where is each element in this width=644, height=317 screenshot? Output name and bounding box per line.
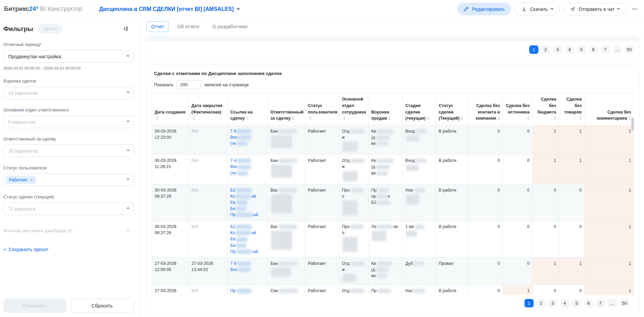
column-header[interactable]: Сделка без комментариев (585, 93, 634, 125)
page-button[interactable]: 1 (524, 299, 534, 307)
page-button[interactable]: 5 (577, 45, 586, 54)
table-cell: Работает (305, 125, 339, 155)
column-header-label: Воронка продаж (371, 110, 389, 121)
report-period-select[interactable]: Продвинутая настройка (3, 50, 134, 63)
page-size-input[interactable] (176, 80, 201, 89)
table-cell: В работе (436, 184, 468, 221)
column-header[interactable]: Статус пользователя (305, 93, 339, 125)
deal-link[interactable]: 7 9Вхо(те (227, 125, 268, 155)
metric-cell: 1 (559, 257, 585, 285)
page-button[interactable]: 2 (536, 299, 546, 307)
page-button[interactable]: 2 (541, 45, 550, 54)
page-button[interactable]: 4 (560, 299, 569, 307)
chevron-down-icon (237, 6, 240, 10)
logo-brand: Битрикс (4, 5, 29, 12)
chevron-down-icon (127, 177, 129, 180)
page-button[interactable]: 6 (584, 299, 593, 307)
column-header[interactable]: Дата закрытия (Фактическая) (189, 93, 227, 125)
deal-responsible-select[interactable]: 26 вариантов (3, 145, 134, 157)
metric-cell: 0 (559, 184, 585, 221)
table-cell: 30-03-2026 12:23:00 (152, 125, 189, 155)
responsible-department-select[interactable]: 6 вариантов (3, 116, 134, 128)
column-header[interactable]: Воронка продаж (368, 93, 403, 125)
tab-report[interactable]: Отчет (146, 21, 169, 32)
deal-link[interactable]: 7 4Вхо(те (227, 155, 268, 184)
redacted-text (238, 165, 251, 169)
table-cell: Работает (305, 221, 339, 258)
reset-button[interactable]: Сбросить (70, 299, 134, 313)
page-button[interactable]: 3 (553, 45, 562, 54)
logo-clock-icon: ⊙ (36, 6, 39, 9)
more-menu-button[interactable]: ••• (632, 7, 638, 11)
remove-tag-icon[interactable]: × (30, 178, 33, 182)
page-button[interactable]: 5 (572, 299, 581, 307)
pagination-top: 1234567...50 (147, 41, 639, 58)
collapse-sidebar-button[interactable] (122, 25, 129, 32)
redacted-text (343, 141, 358, 152)
report-title-dropdown[interactable]: Дисциплина в CRM СДЕЛКИ [отчет BI] [AMSA… (99, 6, 239, 12)
apply-button[interactable]: Применить (3, 299, 66, 313)
table-row: 27-03-2026 09:43:28N/AПрсерСвеРаботаетОт… (152, 285, 634, 295)
redacted-text (271, 194, 292, 213)
extra-filters-toggle[interactable]: Фильтры вне рамок дашборда (0) (3, 228, 134, 233)
page-button[interactable]: 7 (596, 299, 605, 307)
tab-about-developer[interactable]: О разработчике (208, 21, 252, 32)
column-header-label: Статус сделки (Текущий) (439, 103, 459, 121)
column-header[interactable]: Сделка без контакта и компании (468, 93, 503, 125)
page-button[interactable]: 50 (625, 45, 634, 54)
column-header[interactable]: Ответственный за сделку (268, 93, 305, 125)
download-button[interactable]: Скачать (515, 3, 560, 15)
column-header[interactable]: Сделка без товаров (559, 93, 585, 125)
table-cell: 30-03-2026 11:28:15 (152, 155, 189, 184)
page-button[interactable]: ... (608, 299, 617, 307)
redacted-text (237, 261, 251, 266)
column-header[interactable]: Ссылка на сделку (227, 93, 268, 125)
page-button[interactable]: 1 (529, 45, 538, 54)
column-header[interactable]: Стадия сделки (текущая) (403, 93, 436, 125)
metric-cell: 0 (503, 184, 533, 221)
sort-icon (629, 116, 631, 120)
redacted-text (343, 237, 358, 252)
tab-about-report[interactable]: Об отчете (172, 21, 204, 32)
deal-status-select[interactable]: 72 варианта (3, 202, 134, 215)
column-header[interactable]: Основной отдел сотрудника (339, 93, 368, 125)
filters-title: Фильтры (3, 25, 33, 33)
redacted-text (236, 188, 252, 193)
page-button[interactable]: 6 (589, 45, 598, 54)
deal-funnel-select[interactable]: 18 вариантов (3, 87, 134, 99)
filter-value: 26 вариантов (8, 148, 127, 154)
deal-link[interactable]: Б2КоейЕвБиПрый (227, 184, 268, 221)
metric-cell: 1 (559, 155, 585, 184)
deal-link[interactable]: 7 9Вхо (227, 257, 268, 285)
filter-group: Ответственный за сделку26 вариантов (3, 136, 134, 157)
page-button[interactable]: 50 (620, 299, 629, 307)
metric-cell: 0 (503, 221, 533, 258)
edit-button[interactable]: Редактировать (457, 3, 511, 15)
page-button[interactable]: 7 (601, 45, 610, 54)
table-cell: Пр (368, 285, 403, 295)
send-icon (570, 6, 576, 12)
user-status-select[interactable]: Работает× (3, 173, 134, 186)
redacted-text (236, 243, 246, 248)
table-cell: Проо (339, 184, 368, 221)
send-to-chat-button[interactable]: Отправить в чат (564, 3, 626, 15)
deal-link[interactable]: Прсер (227, 285, 268, 295)
deal-link[interactable]: Б2КоейЕвБиПрый (227, 221, 268, 258)
column-header[interactable]: Сделка без бюджета (533, 93, 559, 125)
column-header[interactable]: Дата создания (152, 93, 189, 125)
redacted-text (377, 188, 389, 193)
save-preset-link[interactable]: + Сохранить пресет (3, 247, 134, 252)
redacted-text (279, 158, 297, 163)
page-button[interactable]: 3 (548, 299, 557, 307)
metric-cell: 1 (585, 155, 634, 184)
redacted-text (271, 231, 292, 250)
chevron-down-icon (550, 7, 553, 10)
column-header[interactable]: Статус сделки (Текущий) (436, 93, 468, 125)
filter-group: Воронка сделок18 вариантов (3, 78, 134, 99)
page-button[interactable]: ... (613, 45, 622, 54)
upper-widget-card: 1234567...50 (146, 36, 639, 58)
column-header[interactable]: Сделка без источника (503, 93, 533, 125)
scrollbar-thumb[interactable] (631, 118, 634, 131)
redacted-text (372, 231, 386, 241)
page-button[interactable]: 4 (565, 45, 574, 54)
